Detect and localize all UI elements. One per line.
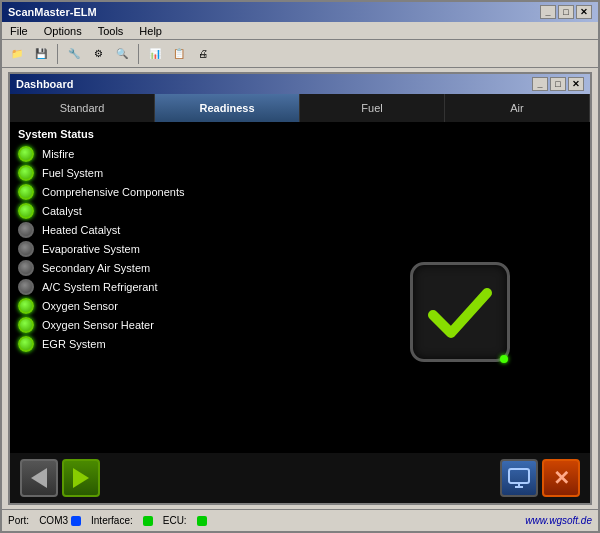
- toolbar-btn-8[interactable]: 🖨: [192, 43, 214, 65]
- status-indicator-catalyst: [18, 203, 34, 219]
- status-footer: Port: COM3 Interface: ECU: www.wgsoft.de: [2, 509, 598, 531]
- status-label-secondary-air: Secondary Air System: [42, 262, 150, 274]
- port-led: [71, 516, 81, 526]
- svg-rect-0: [509, 469, 529, 483]
- dashboard-titlebar-controls: _ □ ✕: [532, 77, 584, 91]
- toolbar-btn-5[interactable]: 🔍: [111, 43, 133, 65]
- toolbar-sep-1: [57, 44, 58, 64]
- menubar: File Options Tools Help: [2, 22, 598, 40]
- dashboard-maximize-button[interactable]: □: [550, 77, 566, 91]
- outer-window: ScanMaster-ELM _ □ ✕ File Options Tools …: [0, 0, 600, 533]
- menu-file[interactable]: File: [6, 24, 32, 38]
- status-indicator-o2-heater: [18, 317, 34, 333]
- list-item: Evaporative System: [18, 241, 582, 257]
- tab-readiness[interactable]: Readiness: [155, 94, 300, 122]
- status-indicator-evaporative: [18, 241, 34, 257]
- status-label-evaporative: Evaporative System: [42, 243, 140, 255]
- back-arrow-icon: [31, 468, 47, 488]
- back-button[interactable]: [20, 459, 58, 497]
- port-value: COM3: [39, 515, 68, 526]
- status-indicator-comprehensive: [18, 184, 34, 200]
- green-dot-indicator: [500, 355, 508, 363]
- status-label-fuel-system: Fuel System: [42, 167, 103, 179]
- nav-buttons: [20, 459, 100, 497]
- website-link[interactable]: www.wgsoft.de: [525, 515, 592, 526]
- status-label-o2-heater: Oxygen Sensor Heater: [42, 319, 154, 331]
- toolbar-btn-3[interactable]: 🔧: [63, 43, 85, 65]
- toolbar-sep-2: [138, 44, 139, 64]
- list-item: Comprehensive Components: [18, 184, 582, 200]
- list-item: Fuel System: [18, 165, 582, 181]
- toolbar-btn-6[interactable]: 📊: [144, 43, 166, 65]
- list-item: Heated Catalyst: [18, 222, 582, 238]
- monitor-button[interactable]: [500, 459, 538, 497]
- status-label-catalyst: Catalyst: [42, 205, 82, 217]
- checkmark-icon: [425, 277, 495, 347]
- forward-button[interactable]: [62, 459, 100, 497]
- status-label-o2: Oxygen Sensor: [42, 300, 118, 312]
- menu-tools[interactable]: Tools: [94, 24, 128, 38]
- status-indicator-fuel-system: [18, 165, 34, 181]
- tab-standard[interactable]: Standard: [10, 94, 155, 122]
- status-indicator-misfire: [18, 146, 34, 162]
- status-indicator-o2: [18, 298, 34, 314]
- dashboard-titlebar: Dashboard _ □ ✕: [10, 74, 590, 94]
- toolbar: 📁 💾 🔧 ⚙ 🔍 📊 📋 🖨: [2, 40, 598, 68]
- interface-led: [143, 516, 153, 526]
- ecu-led: [197, 516, 207, 526]
- maximize-button[interactable]: □: [558, 5, 574, 19]
- status-indicator-secondary-air: [18, 260, 34, 276]
- content-area: System Status Misfire Fuel System: [10, 122, 590, 503]
- port-label: Port:: [8, 515, 29, 526]
- dashboard-close-button[interactable]: ✕: [568, 77, 584, 91]
- outer-titlebar: ScanMaster-ELM _ □ ✕: [2, 2, 598, 22]
- minimize-button[interactable]: _: [540, 5, 556, 19]
- toolbar-btn-4[interactable]: ⚙: [87, 43, 109, 65]
- status-indicator-ac: [18, 279, 34, 295]
- menu-options[interactable]: Options: [40, 24, 86, 38]
- list-item: Catalyst: [18, 203, 582, 219]
- dashboard-bottom-bar: ✕: [10, 453, 590, 503]
- system-status-heading: System Status: [10, 122, 590, 144]
- status-label-heated-catalyst: Heated Catalyst: [42, 224, 120, 236]
- forward-arrow-icon: [73, 468, 89, 488]
- outer-titlebar-controls: _ □ ✕: [540, 5, 592, 19]
- tabs-bar: Standard Readiness Fuel Air: [10, 94, 590, 122]
- exit-button[interactable]: ✕: [542, 459, 580, 497]
- dashboard-window: Dashboard _ □ ✕ Standard Readiness Fuel …: [8, 72, 592, 505]
- status-indicator-egr: [18, 336, 34, 352]
- status-label-ac: A/C System Refrigerant: [42, 281, 158, 293]
- menu-help[interactable]: Help: [135, 24, 166, 38]
- close-button[interactable]: ✕: [576, 5, 592, 19]
- ecu-label: ECU:: [163, 515, 187, 526]
- status-footer-left: Port: COM3 Interface: ECU:: [8, 515, 207, 526]
- toolbar-btn-1[interactable]: 📁: [6, 43, 28, 65]
- status-indicator-heated-catalyst: [18, 222, 34, 238]
- checkmark-panel: [410, 262, 510, 362]
- monitor-icon: [507, 466, 531, 490]
- status-label-egr: EGR System: [42, 338, 106, 350]
- tab-air[interactable]: Air: [445, 94, 590, 122]
- dashboard-title: Dashboard: [16, 78, 73, 90]
- dashboard-minimize-button[interactable]: _: [532, 77, 548, 91]
- status-label-misfire: Misfire: [42, 148, 74, 160]
- toolbar-btn-7[interactable]: 📋: [168, 43, 190, 65]
- action-buttons: ✕: [500, 459, 580, 497]
- interface-label: Interface:: [91, 515, 133, 526]
- tab-fuel[interactable]: Fuel: [300, 94, 445, 122]
- toolbar-btn-2[interactable]: 💾: [30, 43, 52, 65]
- outer-title: ScanMaster-ELM: [8, 6, 97, 18]
- status-label-comprehensive: Comprehensive Components: [42, 186, 184, 198]
- list-item: Misfire: [18, 146, 582, 162]
- close-x-icon: ✕: [553, 466, 570, 490]
- port-value-group: COM3: [39, 515, 81, 526]
